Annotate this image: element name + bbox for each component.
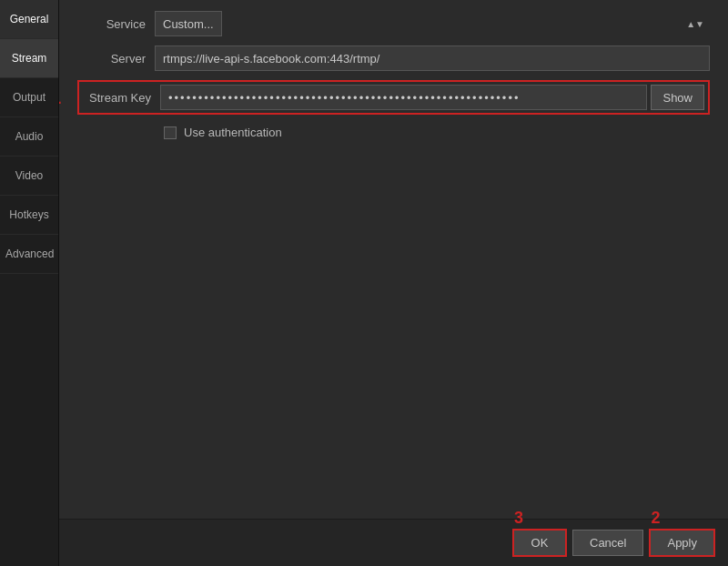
- badge-1: 1: [59, 86, 61, 109]
- service-label: Service: [77, 17, 155, 31]
- badge-2: 2: [651, 509, 660, 528]
- server-label: Server: [77, 52, 155, 66]
- sidebar-item-general[interactable]: General: [0, 0, 58, 39]
- stream-key-row: 1 Stream Key Show: [77, 80, 710, 115]
- service-row: Service Custom... ▲▼: [77, 11, 710, 36]
- server-input[interactable]: [155, 45, 710, 71]
- sidebar-item-advanced[interactable]: Advanced: [0, 235, 58, 274]
- stream-key-input[interactable]: [160, 85, 647, 110]
- sidebar-item-stream[interactable]: Stream: [0, 39, 58, 78]
- auth-label: Use authentication: [184, 126, 282, 139]
- main-panel: Service Custom... ▲▼ Server 1 Stream Key…: [59, 0, 728, 566]
- sidebar: General Stream Output Audio Video Hotkey…: [0, 0, 59, 566]
- server-row: Server: [77, 45, 710, 71]
- sidebar-item-label: Output: [13, 91, 46, 104]
- sidebar-item-label: General: [10, 13, 49, 25]
- ok-button[interactable]: 3 OK: [512, 529, 567, 557]
- dropdown-arrow-icon: ▲▼: [686, 19, 704, 29]
- button-bar: 3 OK Cancel 2 Apply: [59, 519, 728, 566]
- service-dropdown-wrapper: Custom... ▲▼: [155, 11, 710, 36]
- cancel-button[interactable]: Cancel: [572, 530, 643, 556]
- sidebar-item-label: Hotkeys: [9, 208, 48, 221]
- sidebar-item-label: Advanced: [5, 248, 54, 260]
- auth-row: Use authentication: [164, 126, 710, 139]
- sidebar-item-label: Video: [15, 169, 43, 182]
- badge-3: 3: [514, 509, 523, 528]
- show-button[interactable]: Show: [651, 85, 704, 110]
- settings-area: Service Custom... ▲▼ Server 1 Stream Key…: [59, 0, 728, 519]
- sidebar-item-video[interactable]: Video: [0, 157, 58, 196]
- sidebar-item-label: Stream: [12, 52, 47, 65]
- stream-key-label: Stream Key: [83, 91, 160, 105]
- sidebar-item-label: Audio: [15, 130, 44, 143]
- sidebar-item-output[interactable]: Output: [0, 78, 58, 117]
- sidebar-item-audio[interactable]: Audio: [0, 117, 58, 157]
- apply-button[interactable]: 2 Apply: [649, 529, 715, 557]
- auth-checkbox[interactable]: [164, 126, 177, 139]
- service-dropdown[interactable]: Custom...: [155, 11, 222, 36]
- sidebar-item-hotkeys[interactable]: Hotkeys: [0, 196, 58, 235]
